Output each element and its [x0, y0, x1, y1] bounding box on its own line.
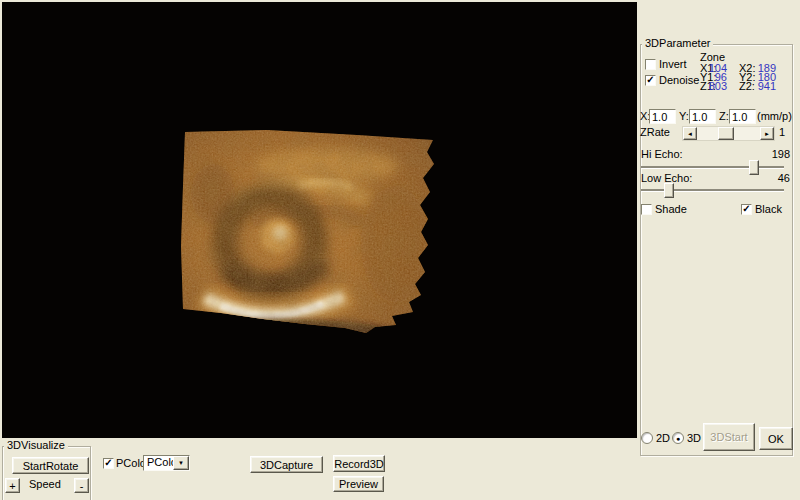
hi-echo-value: 198 [742, 149, 790, 160]
low-echo-slider[interactable] [641, 189, 784, 192]
scroll-right-icon: ► [764, 131, 770, 137]
denoise-checkbox-label[interactable]: Denoise [659, 75, 699, 86]
mode-3d-radio[interactable]: ● [672, 432, 684, 444]
zrate-label: ZRate [640, 127, 670, 138]
zone-z2-value: 941 [750, 81, 776, 92]
black-checkbox-label[interactable]: Black [755, 204, 782, 215]
speed-plus-button[interactable]: + [5, 478, 20, 493]
zrate-scroll-left-button[interactable]: ◄ [683, 127, 697, 140]
zrate-scrollbar[interactable]: ◄ ► [682, 126, 775, 141]
chevron-down-icon: ▼ [178, 460, 184, 466]
checkmark-icon: ✓ [646, 76, 654, 84]
hi-echo-label: Hi Echo: [641, 149, 683, 160]
zone-z1-value: 803 [707, 81, 727, 92]
black-checkbox[interactable]: ✓ [741, 204, 752, 215]
capture-3d-button[interactable]: 3DCapture [250, 456, 323, 473]
preview-button[interactable]: Preview [333, 476, 384, 492]
record-3d-button[interactable]: Record3D [333, 455, 385, 472]
z-scale-label: Z: [719, 111, 729, 122]
y-scale-input[interactable] [689, 109, 716, 124]
invert-checkbox[interactable] [645, 59, 656, 70]
visualize-panel: 3DVisualize StartRotate + Speed - ✓ PCol… [0, 438, 637, 500]
radio-dot-icon: ● [676, 435, 680, 442]
mode-3d-radio-label[interactable]: 3D [687, 433, 701, 444]
start-3d-button[interactable]: 3DStart [703, 423, 755, 451]
zrate-value: 1 [779, 127, 785, 138]
low-echo-value: 46 [742, 173, 790, 184]
pcolor-checkbox[interactable]: ✓ [103, 458, 114, 469]
invert-checkbox-label[interactable]: Invert [659, 59, 687, 70]
checkmark-icon: ✓ [104, 459, 112, 467]
render-viewport[interactable] [2, 2, 637, 438]
app-window: 3DParameter Invert ✓ Denoise Zone X1: 10… [0, 0, 800, 500]
denoise-checkbox[interactable]: ✓ [645, 75, 656, 86]
parameter-groupbox [640, 44, 793, 456]
start-rotate-button[interactable]: StartRotate [12, 457, 89, 474]
speed-label: Speed [29, 479, 61, 490]
z-scale-input[interactable] [729, 109, 756, 124]
visualize-groupbox-title: 3DVisualize [4, 440, 68, 451]
mode-2d-radio[interactable] [641, 432, 653, 444]
scroll-left-icon: ◄ [687, 131, 693, 137]
y-scale-label: Y: [679, 111, 689, 122]
shade-checkbox[interactable] [641, 204, 652, 215]
checkmark-icon: ✓ [742, 205, 750, 213]
ok-button[interactable]: OK [759, 427, 793, 450]
shade-checkbox-label[interactable]: Shade [655, 204, 687, 215]
parameter-groupbox-title: 3DParameter [642, 38, 713, 49]
low-echo-slider-thumb[interactable] [664, 183, 674, 198]
x-scale-input[interactable] [649, 109, 676, 124]
hi-echo-slider[interactable] [641, 166, 784, 169]
ultrasound-render [177, 126, 439, 338]
pcolor-select[interactable]: PColor ▼ [143, 455, 190, 471]
mode-2d-radio-label[interactable]: 2D [656, 433, 670, 444]
parameter-panel: 3DParameter Invert ✓ Denoise Zone X1: 10… [637, 0, 800, 500]
pcolor-select-button[interactable]: ▼ [173, 456, 189, 470]
zrate-scroll-right-button[interactable]: ► [760, 127, 774, 140]
speed-minus-button[interactable]: - [74, 478, 89, 493]
zrate-scroll-thumb[interactable] [718, 127, 734, 140]
scale-unit-label: (mm/p) [757, 111, 792, 122]
